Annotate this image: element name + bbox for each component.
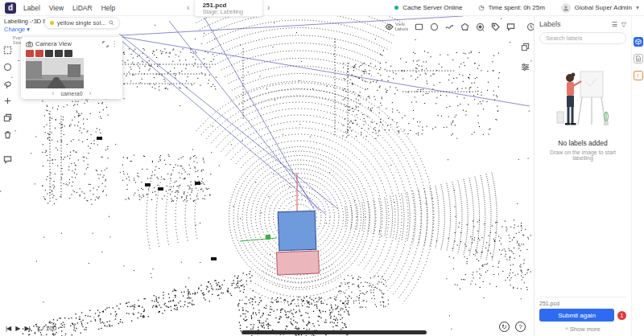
submit-badge: 1: [617, 311, 626, 320]
description-tab-icon[interactable]: [634, 54, 643, 64]
issues-tab-icon[interactable]: !: [634, 71, 643, 80]
camera-image[interactable]: [26, 58, 84, 88]
note-tool[interactable]: [506, 23, 515, 31]
view-labels-toggle[interactable]: ViewLabels: [385, 22, 408, 31]
camera-view-panel[interactable]: Camera View ⋮ ‹ camera0: [21, 37, 122, 99]
app-root: d Label View LiDAR Help ‹ 251.pcd Stage:…: [0, 0, 644, 336]
current-file-card: 251.pcd Stage: Labelling: [194, 0, 263, 17]
left-toolbar: [2, 45, 14, 165]
chevron-down-icon[interactable]: ▾: [636, 4, 639, 11]
label-class-selector[interactable]: yellow single sol...: [44, 17, 120, 29]
menu-view[interactable]: View: [49, 4, 64, 12]
history-tool[interactable]: [526, 23, 534, 31]
user-avatar[interactable]: [561, 3, 571, 13]
skip-end-button[interactable]: ▶|: [24, 325, 29, 332]
app-logo[interactable]: d: [5, 2, 16, 14]
camera-thumb[interactable]: [35, 50, 43, 57]
polyline-tool[interactable]: [445, 23, 454, 31]
labels-tab-icon[interactable]: [634, 37, 643, 47]
polygon-tool[interactable]: [460, 23, 469, 31]
more-icon[interactable]: ⋮: [111, 40, 118, 47]
help-button[interactable]: ?: [515, 322, 526, 332]
view-labels-text: ViewLabels: [395, 22, 408, 31]
empty-state-title: No labels added: [558, 139, 607, 147]
lasso-tool[interactable]: [2, 79, 13, 89]
change-task-link[interactable]: Change ▾: [4, 26, 30, 33]
labels-sidebar: Labels ☰ ▽: [534, 16, 644, 336]
playback-controls: |◀ ▶ ▶| 1 / 100: [6, 325, 56, 332]
box-select-tool[interactable]: [2, 45, 13, 55]
main-menu: Label View LiDAR Help: [23, 4, 115, 12]
header-status: Cache Server Online ◷ Time spent: 0h 25m…: [394, 3, 639, 13]
tag-tool[interactable]: [491, 23, 500, 31]
empty-state-illustration: [556, 65, 609, 131]
copy-layers-icon[interactable]: [520, 42, 530, 52]
labels-empty-state: No labels added Draw on the image to sta…: [539, 65, 626, 161]
corner-buttons: ↻ ?: [499, 322, 526, 332]
horizontal-scrollbar[interactable]: [242, 330, 427, 334]
cache-status-dot: [394, 6, 398, 10]
skip-start-button[interactable]: |◀: [6, 325, 10, 332]
prev-frame-arrow[interactable]: ‹: [187, 0, 190, 14]
canvas-right-rail: [520, 42, 530, 72]
labels-header: Labels ☰ ▽: [539, 20, 626, 28]
reset-view-button[interactable]: ↻: [499, 322, 510, 332]
point-tool[interactable]: [476, 23, 485, 31]
expand-icon[interactable]: [102, 41, 109, 47]
camera-thumbnail-strip: [26, 50, 118, 57]
menu-help[interactable]: Help: [101, 4, 115, 12]
camera-switcher: ‹ camera0 ›: [26, 91, 118, 96]
ellipse-tool[interactable]: [2, 62, 13, 72]
top-menubar: d Label View LiDAR Help ‹ 251.pcd Stage:…: [0, 0, 644, 16]
menu-label[interactable]: Label: [23, 4, 40, 12]
comment-tool[interactable]: [2, 154, 13, 165]
camera-name: camera0: [60, 91, 82, 96]
camera-thumb[interactable]: [64, 50, 72, 57]
layers-tool[interactable]: [2, 113, 13, 123]
sort-icon[interactable]: ☰: [612, 21, 617, 28]
submit-file-name: 251.pcd: [539, 301, 626, 306]
show-more-link[interactable]: ^ Show more: [539, 326, 626, 333]
rectangle-tool[interactable]: [415, 23, 423, 31]
submit-card: 251.pcd Submit again 1 ^ Show more: [539, 297, 626, 333]
cache-status-text: Cache Server Online: [402, 4, 462, 11]
current-stage: Stage: Labelling: [203, 9, 254, 14]
next-camera-arrow[interactable]: ›: [89, 91, 92, 96]
camera-panel-title: Camera View: [35, 40, 72, 47]
class-color-dot: [50, 21, 54, 25]
sidebar-rail: !: [631, 16, 644, 336]
current-file-name: 251.pcd: [203, 2, 254, 9]
camera-panel-header: Camera View ⋮: [26, 40, 118, 47]
settings-sliders-icon[interactable]: [520, 62, 530, 72]
circle-tool[interactable]: [430, 23, 439, 31]
frame-navigator: ‹ 251.pcd Stage: Labelling ›: [187, 0, 270, 17]
lidar-canvas-area[interactable]: Labelling - 3D line Change ▾ yellow sing…: [0, 16, 534, 336]
camera-thumb[interactable]: [45, 50, 53, 57]
submit-again-button[interactable]: Submit again: [539, 309, 614, 322]
clock-icon: ◷: [478, 4, 484, 11]
next-frame-arrow[interactable]: ›: [267, 0, 270, 14]
zoom-in-tool[interactable]: [2, 96, 13, 106]
menu-lidar[interactable]: LiDAR: [72, 4, 93, 12]
filter-icon[interactable]: ▽: [621, 21, 626, 28]
drawing-toolbar: ViewLabels: [385, 22, 534, 31]
view-labels-icon: [385, 23, 394, 31]
empty-state-subtitle: Draw on the image to start labelling: [539, 150, 626, 161]
delete-tool[interactable]: [2, 129, 13, 140]
search-labels-input[interactable]: [539, 32, 626, 44]
frame-counter: 1 / 100: [37, 325, 56, 332]
labels-title: Labels: [539, 20, 561, 28]
search-icon: [109, 20, 114, 26]
user-name[interactable]: Global Super Admin: [575, 4, 632, 11]
camera-icon: [26, 41, 33, 47]
camera-thumb[interactable]: [26, 50, 34, 57]
prev-camera-arrow[interactable]: ‹: [52, 91, 54, 96]
main-area: Labelling - 3D line Change ▾ yellow sing…: [0, 16, 644, 336]
camera-thumb[interactable]: [55, 50, 63, 57]
play-button[interactable]: ▶: [15, 325, 19, 332]
time-spent-text: Time spent: 0h 25m: [488, 4, 544, 11]
class-name: yellow single sol...: [57, 19, 105, 27]
